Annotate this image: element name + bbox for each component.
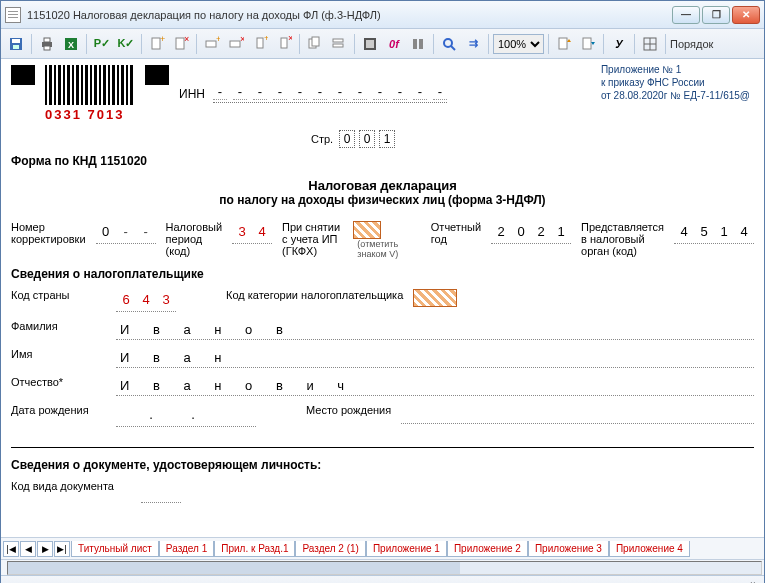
form-knd: Форма по КНД 1151020 [11, 154, 754, 168]
patronymic-field[interactable]: И в а н о в и ч [116, 376, 754, 396]
document-icon [5, 7, 21, 23]
doctype-label: Код вида документа [11, 480, 131, 492]
correction-label: Номер корректировки [11, 221, 86, 245]
surname-label: Фамилия [11, 320, 106, 332]
tool-c-icon[interactable] [407, 33, 429, 55]
organ-field[interactable]: 4 5 1 4 [674, 221, 754, 244]
organ-label: Представляется в налоговый орган (код) [581, 221, 664, 257]
category-field[interactable] [413, 289, 457, 307]
year-label: Отчетный год [431, 221, 481, 245]
order-label[interactable]: Порядок [670, 38, 713, 50]
zoom-select[interactable]: 100% [493, 34, 544, 54]
svg-rect-27 [419, 39, 423, 49]
bold-y-icon[interactable]: У [608, 33, 630, 55]
tab-appendix2[interactable]: Приложение 2 [447, 541, 528, 557]
remove-row-icon[interactable]: × [225, 33, 247, 55]
svg-line-29 [451, 46, 455, 50]
find-icon[interactable] [438, 33, 460, 55]
inn-field[interactable]: ------------ [213, 84, 447, 103]
svg-rect-2 [13, 45, 19, 49]
name-field[interactable]: И в а н [116, 348, 754, 368]
country-field[interactable]: 6 4 3 [116, 289, 176, 312]
svg-rect-10 [176, 38, 184, 49]
correction-field[interactable]: 0 - - [96, 221, 156, 244]
page-label: Стр. [311, 133, 333, 145]
period-label: Налоговый период (код) [166, 221, 223, 257]
barcode-number: 0331 7013 [45, 107, 135, 122]
svg-rect-14 [230, 41, 240, 47]
tab-title-page[interactable]: Титульный лист [71, 541, 159, 557]
dob-field[interactable]: .. [116, 404, 256, 427]
tab-nav-first[interactable]: |◀ [3, 541, 19, 557]
dereg-note: (отметить знаком V) [357, 239, 420, 259]
svg-point-28 [444, 39, 452, 47]
svg-rect-18 [281, 38, 287, 48]
svg-rect-30 [559, 38, 567, 49]
function-icon[interactable]: 0f [383, 33, 405, 55]
tab-section1[interactable]: Раздел 1 [159, 541, 214, 557]
svg-text:+: + [160, 36, 165, 44]
svg-text:X: X [68, 40, 74, 50]
dob-label: Дата рождения [11, 404, 106, 416]
svg-rect-26 [413, 39, 417, 49]
tab-nav-last[interactable]: ▶| [54, 541, 70, 557]
grid-icon[interactable] [639, 33, 661, 55]
surname-field[interactable]: И в а н о в [116, 320, 754, 340]
maximize-button[interactable]: ❐ [702, 6, 730, 24]
calc-p-icon[interactable]: P✓ [91, 33, 113, 55]
find-next-icon[interactable]: ⇉ [462, 33, 484, 55]
country-label: Код страны [11, 289, 106, 301]
dereg-checkbox[interactable] [353, 221, 381, 239]
svg-rect-25 [366, 40, 374, 48]
pob-label: Место рождения [306, 404, 391, 416]
svg-rect-4 [44, 38, 50, 42]
remove-col-icon[interactable]: × [273, 33, 295, 55]
calc-k-icon[interactable]: K✓ [115, 33, 137, 55]
svg-rect-5 [44, 46, 50, 50]
sheet-tabs: |◀ ◀ ▶ ▶| Титульный лист Раздел 1 Прил. … [1, 537, 764, 559]
multi-list-icon[interactable] [328, 33, 350, 55]
remove-page-icon[interactable]: × [170, 33, 192, 55]
svg-rect-8 [152, 38, 160, 49]
tool-a-icon[interactable] [359, 33, 381, 55]
name-label: Имя [11, 348, 106, 360]
tab-appendix-s1[interactable]: Прил. к Разд.1 [214, 541, 295, 557]
add-page-icon[interactable]: + [146, 33, 168, 55]
svg-rect-12 [206, 41, 216, 47]
attachment-ref: Приложение № 1 к приказу ФНС России от 2… [601, 63, 750, 102]
close-button[interactable]: ✕ [732, 6, 760, 24]
horizontal-scrollbar[interactable] [7, 561, 762, 575]
tab-nav-next[interactable]: ▶ [37, 541, 53, 557]
import-icon[interactable] [577, 33, 599, 55]
document-subtitle: по налогу на доходы физических лиц (форм… [11, 193, 754, 207]
tab-appendix3[interactable]: Приложение 3 [528, 541, 609, 557]
multi-page-icon[interactable] [304, 33, 326, 55]
inn-label: ИНН [179, 87, 205, 101]
svg-text:×: × [288, 36, 292, 43]
black-mark-right [145, 65, 169, 85]
svg-text:×: × [240, 36, 244, 44]
dereg-label: При снятии с учета ИП (ГКФХ) [282, 221, 343, 257]
add-col-icon[interactable]: + [249, 33, 271, 55]
tab-appendix4[interactable]: Приложение 4 [609, 541, 690, 557]
period-field[interactable]: 3 4 [232, 221, 272, 244]
excel-icon[interactable]: X [60, 33, 82, 55]
patronymic-label: Отчество* [11, 376, 106, 388]
svg-rect-1 [12, 39, 20, 43]
tab-appendix1[interactable]: Приложение 1 [366, 541, 447, 557]
tab-section2[interactable]: Раздел 2 (1) [295, 541, 365, 557]
svg-text:×: × [184, 36, 189, 44]
pob-field[interactable] [401, 404, 754, 424]
svg-text:+: + [264, 36, 268, 43]
tab-nav-prev[interactable]: ◀ [20, 541, 36, 557]
add-row-icon[interactable]: + [201, 33, 223, 55]
iddoc-section-head: Сведения о документе, удостоверяющем лич… [11, 458, 754, 472]
year-field[interactable]: 2 0 2 1 [491, 221, 571, 244]
print-icon[interactable] [36, 33, 58, 55]
svg-rect-23 [333, 44, 343, 47]
doctype-field[interactable] [141, 480, 181, 503]
save-icon[interactable] [5, 33, 27, 55]
export-icon[interactable] [553, 33, 575, 55]
svg-rect-31 [583, 38, 591, 49]
minimize-button[interactable]: — [672, 6, 700, 24]
